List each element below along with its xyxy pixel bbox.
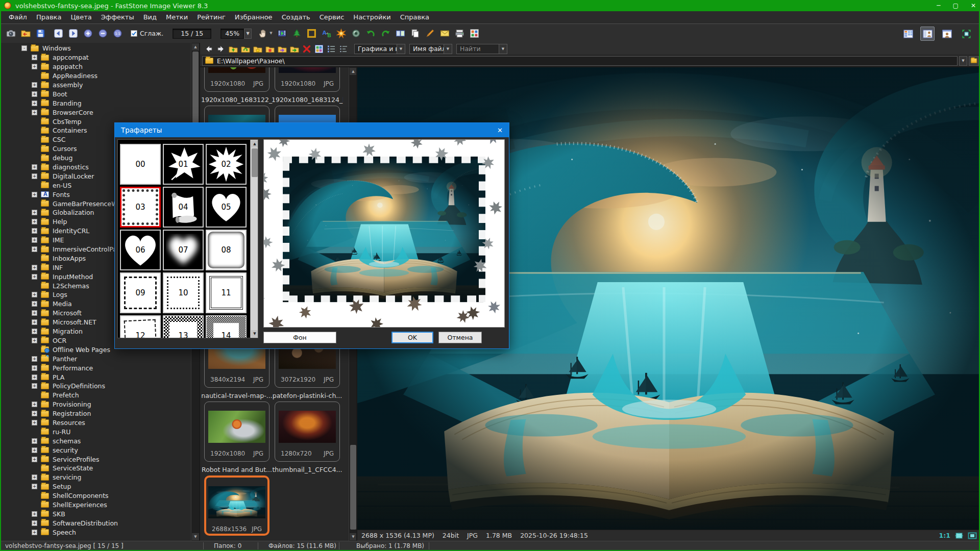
folder-copy-icon[interactable] [289,43,300,55]
tree-expand-icon[interactable]: + [32,274,37,280]
dialog-close-icon[interactable]: ✕ [497,127,503,134]
tree-expand-icon[interactable]: + [32,265,37,270]
save-icon[interactable] [34,27,47,40]
tree-item[interactable]: + Provisioning [1,400,191,409]
menu-item[interactable]: Рейтинг [192,12,230,22]
tree-expand-icon[interactable]: + [32,210,37,215]
menu-item[interactable]: Правка [32,12,66,22]
ok-button[interactable]: OK [391,332,433,343]
tree-expand-icon[interactable]: + [32,82,37,88]
tree-expand-icon[interactable]: + [32,338,37,343]
scroll-down-icon[interactable]: ▼ [192,533,199,540]
stencil-item[interactable]: 08 [206,230,247,270]
slideshow-icon[interactable] [276,27,289,40]
thumbnail-item[interactable]: 980x551 JPG Robot Hand and But... [204,402,270,462]
thumbnail-frame[interactable]: 1280x720 JPG [275,402,340,462]
filter-combo[interactable]: Графика и видео▼ [354,44,405,54]
tree-expand-icon[interactable]: + [32,228,37,234]
thumbnail-frame[interactable]: 980x551 JPG [204,67,270,92]
chevron-down-icon[interactable]: ▼ [499,44,507,54]
chevron-down-icon[interactable]: ▼ [397,44,405,54]
tree-item[interactable]: + BrowserCore [1,108,191,117]
tree-item[interactable]: + SKB [1,509,191,518]
fit-screen-icon[interactable] [968,532,977,539]
tree-expand-icon[interactable]: + [32,383,37,389]
stencil-item[interactable]: 07 [163,230,204,270]
tree-expand-icon[interactable]: + [32,237,37,243]
path-field[interactable]: E:\Wallpaper\Разное\ [202,56,958,66]
undo-icon[interactable] [364,27,378,40]
tree-item[interactable]: AppReadiness [1,71,191,81]
tree-item[interactable]: + ServiceProfiles [1,455,191,464]
actual-size-label[interactable]: 1:1 [939,532,950,539]
thumbnail-item[interactable]: 980x551 JPG 1920x1080_1683122_[... [204,67,270,92]
actual-size-icon[interactable]: 1:1 [111,27,124,40]
tree-expand-icon[interactable]: + [32,530,37,535]
tree-item[interactable]: + Setup [1,482,191,491]
tree-expand-icon[interactable]: + [32,164,37,170]
smoothing-checkbox[interactable]: Сглаж. [131,30,163,37]
delete-x-icon[interactable] [301,43,312,55]
tree-expand-icon[interactable]: - [21,45,27,51]
tree-expand-icon[interactable]: + [32,292,37,297]
layout-browser-icon[interactable] [901,27,915,41]
stencil-item[interactable]: 11 [206,272,247,313]
scroll-up-icon[interactable]: ▲ [251,140,258,147]
folder-new-icon[interactable] [264,43,276,55]
folder-move-icon[interactable] [277,43,288,55]
zoom-dropdown[interactable]: ▼ [244,29,252,39]
thumbnail-item[interactable]: 980x551 JPG 1920x1080_1683124_[... [275,67,340,92]
prev-image-icon[interactable] [52,27,65,40]
tree-expand-icon[interactable]: + [32,438,37,444]
menu-item[interactable]: Избранное [230,12,277,22]
background-button[interactable]: Фон [263,332,336,343]
zoom-out-icon[interactable] [96,27,109,40]
stencil-item[interactable]: 01 [163,144,204,185]
view-details-icon[interactable] [338,43,349,55]
title-bar[interactable]: volshebstvo-fantsy-sea.jpeg - FastStone … [0,0,980,11]
tree-expand-icon[interactable]: + [32,64,37,69]
folder-up-icon[interactable] [228,43,239,55]
stencil-item[interactable]: 14 [206,315,247,338]
tree-item[interactable]: + servicing [1,473,191,482]
open-image-icon[interactable] [19,27,32,40]
layout-image-icon[interactable] [940,27,954,41]
tree-expand-icon[interactable]: + [32,192,37,197]
tree-item[interactable]: + Registration [1,409,191,418]
tree-expand-icon[interactable]: + [32,374,37,380]
nav-forward-icon[interactable] [215,43,227,55]
folder-favorite-icon[interactable] [252,43,263,55]
camera-icon[interactable] [4,27,17,40]
thumbnail-frame[interactable]: 980x551 JPG [204,402,270,462]
tree-expand-icon[interactable]: + [32,246,37,252]
close-button[interactable]: ✕ [971,2,976,9]
scroll-down-icon[interactable]: ▼ [350,533,357,540]
select-tree-icon[interactable] [290,27,304,40]
tree-expand-icon[interactable]: + [32,91,37,97]
tree-item[interactable]: Prefetch [1,391,191,400]
tree-item[interactable]: + schemas [1,436,191,445]
scroll-down-icon[interactable]: ▼ [251,330,258,337]
effects-icon[interactable] [335,27,348,40]
scroll-thumb[interactable] [252,148,258,177]
tree-expand-icon[interactable]: + [32,356,37,362]
tree-expand-icon[interactable]: + [32,511,37,517]
tree-item[interactable]: ServiceState [1,464,191,473]
nav-back-icon[interactable] [203,43,214,55]
red-eye-icon[interactable] [350,27,363,40]
tree-expand-icon[interactable]: + [32,402,37,407]
tree-item[interactable]: + Branding [1,98,191,108]
stencil-item[interactable]: 02 [206,144,247,185]
tree-expand-icon[interactable]: + [32,310,37,316]
cancel-button[interactable]: Отмена [438,332,482,343]
search-combo[interactable]: Найти▼ [456,44,507,54]
tree-expand-icon[interactable]: + [32,219,37,224]
dialog-title-bar[interactable]: Трафареты ✕ [115,123,509,137]
stencil-scrollbar[interactable]: ▲ ▼ [250,140,258,338]
thumbnail-item[interactable]: 2688x1536 JPG volshebstvo-fantsy-sea.jpe… [204,475,270,536]
tree-item[interactable]: + appcompat [1,53,191,62]
menu-item[interactable]: Вид [139,12,161,22]
draw-icon[interactable] [424,27,437,40]
email-icon[interactable] [438,27,452,40]
tree-expand-icon[interactable]: + [32,484,37,489]
